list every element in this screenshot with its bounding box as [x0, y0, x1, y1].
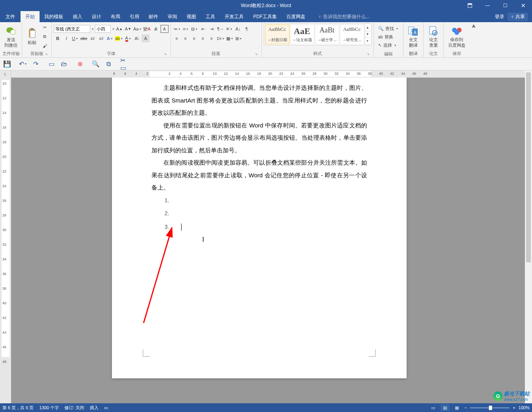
strike-button[interactable]: abc — [80, 34, 88, 42]
tab-layout[interactable]: 布局 — [106, 11, 125, 22]
bold-button[interactable]: B — [54, 34, 62, 42]
view-print-button[interactable]: ▤ — [441, 404, 449, 411]
align-left-button[interactable]: ≡ — [173, 34, 181, 42]
status-words[interactable]: 1300 个字 — [39, 405, 59, 411]
find-button[interactable]: 🔍查找▼ — [378, 25, 399, 32]
align-right-button[interactable]: ≡ — [190, 34, 198, 42]
qat-zoom-button[interactable]: 🔍 — [92, 60, 100, 68]
underline-button[interactable]: U▼ — [71, 34, 79, 42]
font-color-button[interactable]: A▼ — [124, 34, 132, 42]
vertical-scrollbar[interactable] — [525, 70, 532, 403]
paper-check-button[interactable]: 论文 查重 — [426, 23, 441, 50]
text-effects-button[interactable]: A▼ — [106, 34, 114, 42]
increase-indent-button[interactable]: ⇥ — [208, 25, 216, 33]
paragraph[interactable]: 主题和样式也有助于文档保持协调。当您单击设计并选择新的主题时，图片、图表或 Sm… — [151, 82, 367, 119]
qat-baidu-button[interactable]: ⊗ — [76, 60, 84, 68]
style-item[interactable]: AaBt→硕士学... — [315, 25, 339, 44]
style-item[interactable]: AaBbCc→封面日期 — [265, 25, 290, 44]
tab-references[interactable]: 引用 — [125, 11, 144, 22]
tab-baidu[interactable]: 百度网盘 — [282, 11, 310, 22]
numbering-button[interactable]: ≡▼ — [182, 25, 190, 33]
zoom-out-button[interactable]: − — [464, 405, 467, 410]
show-marks-button[interactable]: ¶ — [243, 25, 251, 33]
horizontal-ruler[interactable]: L 86422468101214161820222426283032343638… — [0, 70, 532, 78]
select-button[interactable]: ↖选择▼ — [378, 42, 399, 49]
minimize-button[interactable]: — — [479, 0, 496, 11]
italic-button[interactable]: I — [62, 34, 70, 42]
styles-expand[interactable]: ▾ — [365, 38, 370, 44]
styles-gallery[interactable]: AaBbCc→封面日期 AaE→论文标题 AaBt→硕士学... AaBbCc→… — [264, 23, 371, 46]
clear-format-button[interactable]: A̷ — [152, 25, 160, 33]
shrink-font-button[interactable]: A▼ — [124, 25, 132, 33]
clipboard-launcher[interactable]: ↘ — [44, 52, 49, 57]
copy-button[interactable]: ⧉ — [41, 33, 49, 41]
styles-scroll-up[interactable]: ▲ — [365, 25, 370, 31]
multilevel-button[interactable]: ⊟▼ — [191, 25, 199, 33]
zoom-in-button[interactable]: + — [513, 405, 515, 410]
char-border-button[interactable]: A — [142, 34, 150, 42]
change-case-button[interactable]: Aa▼ — [133, 25, 142, 33]
tab-tools[interactable]: 工具 — [201, 11, 220, 22]
superscript-button[interactable]: x2 — [97, 34, 105, 42]
scrollbar-thumb[interactable] — [526, 72, 531, 262]
tab-home[interactable]: 开始 — [21, 11, 40, 22]
send-to-wechat-button[interactable]: 发送 到微信 — [2, 23, 20, 50]
paste-button[interactable]: 粘贴 — [24, 23, 40, 50]
tab-view[interactable]: 视图 — [182, 11, 201, 22]
tab-developer[interactable]: 开发工具 — [220, 11, 248, 22]
share-button[interactable]: ♀ 共享 — [507, 13, 528, 21]
paragraph[interactable]: 使用在需要位置出现的新按钮在 Word 中保存时间。若要更改图片适应文档的方式，… — [151, 119, 367, 157]
tab-mailings[interactable]: 邮件 — [144, 11, 163, 22]
highlight-button[interactable]: ab▼ — [115, 34, 123, 42]
tab-design[interactable]: 设计 — [87, 11, 106, 22]
list-item[interactable]: 2. — [165, 207, 367, 220]
translate-button[interactable]: 文A 全文 翻译 — [405, 23, 421, 50]
tab-file[interactable]: 文件 — [0, 11, 21, 22]
style-item[interactable]: AaBbCc→研究生... — [340, 25, 364, 44]
decrease-indent-button[interactable]: ⇤ — [199, 25, 207, 33]
qat-redo-button[interactable]: ↷ — [32, 60, 40, 68]
enclose-char-button[interactable]: A — [161, 25, 168, 33]
font-size-combo[interactable] — [95, 25, 111, 33]
tab-insert[interactable]: 插入 — [68, 11, 87, 22]
tell-me[interactable]: ♀告诉我您想要做什么... — [318, 13, 370, 20]
subscript-button[interactable]: x2 — [89, 34, 97, 42]
numbered-list[interactable]: 1. 2. 3. — [151, 194, 367, 234]
align-center-button[interactable]: ≡ — [182, 34, 189, 42]
tab-mytemplates[interactable]: 我的模板 — [40, 11, 68, 22]
close-button[interactable]: ✕ — [514, 0, 532, 11]
document-area[interactable]: 主题和样式也有助于文档保持协调。当您单击设计并选择新的主题时，图片、图表或 Sm… — [11, 78, 525, 403]
qat-undo-button[interactable]: ↶▼ — [19, 60, 27, 68]
maximize-button[interactable]: ☐ — [496, 0, 514, 11]
zoom-slider[interactable] — [470, 407, 509, 408]
styles-launcher[interactable]: ↘ — [366, 52, 371, 57]
view-web-button[interactable]: ▦ — [452, 404, 461, 411]
status-track[interactable]: 修订: 关闭 — [64, 405, 84, 411]
shading-button[interactable]: ▦▼ — [226, 34, 234, 42]
ribbon-display-options-icon[interactable] — [461, 0, 479, 11]
qat-new-button[interactable]: ▭ — [47, 60, 55, 68]
justify-button[interactable]: ≡ — [199, 34, 207, 42]
phonetic-guide-button[interactable]: 變A — [143, 25, 151, 33]
replace-button[interactable]: ab替换 — [378, 33, 399, 40]
cut-button[interactable]: ✂ — [41, 24, 49, 32]
status-mode[interactable]: 插入 — [90, 405, 98, 411]
asian-layout-button[interactable]: ✕▼ — [225, 25, 233, 33]
line-spacing-button[interactable]: ‡≡▼ — [216, 34, 225, 42]
bullets-button[interactable]: ≔▼ — [173, 25, 181, 33]
view-read-button[interactable]: ▭ — [429, 404, 437, 411]
page[interactable]: 主题和样式也有助于文档保持协调。当您单击设计并选择新的主题时，图片、图表或 Sm… — [112, 78, 407, 378]
list-item[interactable]: 1. — [165, 194, 367, 207]
vertical-ruler[interactable]: 1012141618202224262830323436384042444648 — [0, 78, 11, 403]
grow-font-button[interactable]: A▲ — [115, 25, 123, 33]
distribute-button[interactable]: ≡ — [208, 34, 216, 42]
zoom-level[interactable]: 100% — [519, 405, 530, 410]
status-page[interactable]: 第 6 页，共 6 页 — [2, 405, 34, 411]
paragraph[interactable]: 在新的阅读视图中阅读更加容易。可以折叠文档某些部分并关注所需文本。如果在达到结尾… — [151, 156, 367, 194]
ltr-button[interactable]: ¶→ — [217, 25, 225, 33]
qat-screenshot-button[interactable]: ✂▭ — [120, 60, 128, 68]
qat-copy2-button[interactable]: ⧉ — [104, 60, 112, 68]
styles-scroll-down[interactable]: ▼ — [365, 31, 370, 38]
style-item[interactable]: AaE→论文标题 — [290, 25, 314, 44]
qat-open-button[interactable]: 🗁 — [60, 60, 68, 68]
